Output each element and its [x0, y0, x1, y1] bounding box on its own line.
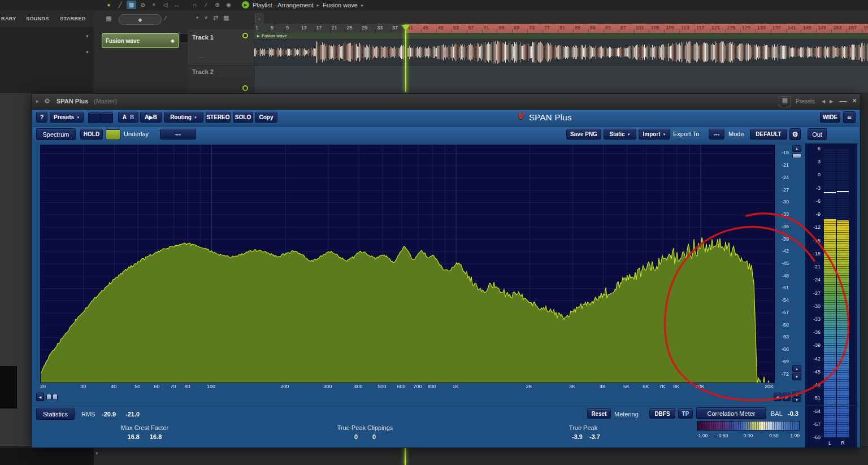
- record-icon[interactable]: ●: [104, 1, 114, 9]
- draw-icon[interactable]: ╱: [115, 1, 125, 9]
- minimize-icon[interactable]: —: [840, 97, 847, 105]
- wide-button[interactable]: WIDE: [820, 112, 840, 123]
- tab-out[interactable]: Out: [808, 128, 827, 140]
- correlation-scale-label: 1.00: [790, 433, 800, 438]
- tab-starred[interactable]: STARRED: [60, 16, 86, 21]
- a-to-b-button[interactable]: A▶B: [140, 112, 162, 123]
- slide-icon[interactable]: ∕: [201, 1, 211, 9]
- hscroll-right-button[interactable]: ▶: [783, 393, 791, 401]
- tab-statistics[interactable]: Statistics: [36, 408, 75, 420]
- hscroll-thumb2[interactable]: [53, 394, 58, 400]
- range-up-button[interactable]: ▲: [792, 365, 801, 372]
- mode-label: Mode: [728, 131, 744, 137]
- vscroll-up-button[interactable]: ▲: [792, 392, 801, 397]
- track1-name[interactable]: Track 1: [192, 34, 214, 41]
- correlation-meter-bar[interactable]: [697, 421, 800, 431]
- hscroll-left-button[interactable]: ◀: [36, 393, 44, 401]
- stereo-button[interactable]: STEREO: [206, 112, 231, 123]
- tab-correlation-meter[interactable]: Correlation Meter: [696, 407, 766, 419]
- slip-icon[interactable]: ⊘: [138, 1, 147, 9]
- track-header-panel: Track 1 ... Track 2: [188, 29, 254, 92]
- spectrum-display[interactable]: [40, 145, 775, 383]
- expand-icon[interactable]: ▸: [36, 98, 39, 104]
- waveform-canvas[interactable]: [254, 40, 868, 65]
- mute-icon[interactable]: ◁: [160, 1, 170, 9]
- detach-grid-icon[interactable]: ▦: [779, 96, 791, 107]
- hamburger-menu-icon[interactable]: ≡: [843, 111, 856, 123]
- clip-color-swatch[interactable]: [180, 33, 188, 43]
- chevron-down-icon[interactable]: ▾: [96, 450, 98, 456]
- fl-bottom-strip: [0, 446, 868, 465]
- tab-sounds[interactable]: SOUNDS: [26, 16, 49, 21]
- spectrum-color-swatch[interactable]: [106, 129, 120, 140]
- grid-icon[interactable]: ▦: [106, 15, 111, 22]
- gear-icon[interactable]: ⚙: [44, 97, 50, 105]
- vscroll-down-button[interactable]: ▼: [792, 397, 801, 402]
- playhead-marker[interactable]: [402, 25, 410, 31]
- magnet-icon[interactable]: ∩: [190, 1, 199, 9]
- seek-icon[interactable]: ↔: [172, 1, 181, 9]
- import-button[interactable]: Import▼: [639, 129, 670, 140]
- track1-more[interactable]: ...: [199, 53, 203, 59]
- close-icon[interactable]: ×: [852, 96, 857, 105]
- mode-default-button[interactable]: DEFAULT: [750, 129, 787, 140]
- tab-library[interactable]: RARY: [1, 16, 16, 21]
- underlay-select-button[interactable]: ---: [160, 129, 196, 140]
- copy-button[interactable]: Copy: [255, 112, 277, 123]
- pattern-clip-chip[interactable]: Fusion wave ◆: [102, 33, 179, 48]
- ab-compare-button[interactable]: AB: [118, 112, 138, 123]
- scale-thumb[interactable]: [792, 153, 801, 158]
- timeline-ruler[interactable]: 1591317212529333741454953576165697377818…: [254, 24, 868, 33]
- presets-button[interactable]: Presets▼: [50, 112, 84, 123]
- meter-scale-label: 0: [806, 172, 821, 177]
- color-swatch-a[interactable]: [88, 112, 101, 123]
- reset-button[interactable]: Reset: [587, 408, 611, 419]
- breadcrumb-clip[interactable]: Fusion wave: [323, 2, 358, 8]
- audio-clip-header[interactable]: ▸ Fusion wave: [254, 33, 868, 40]
- scroll-left-button[interactable]: ‹: [255, 14, 263, 24]
- playlist-play-icon[interactable]: ▶: [242, 1, 249, 8]
- settings-gear-icon[interactable]: ⚙: [789, 128, 801, 140]
- preset-prev-icon[interactable]: ◀: [822, 99, 825, 104]
- plugin-titlebar[interactable]: ▸ ⚙ SPAN Plus (Master) ▦ Presets ◀ ▶ — ×: [32, 94, 860, 110]
- solo-button[interactable]: SOLO: [233, 112, 253, 123]
- tab-spectrum[interactable]: Spectrum: [36, 128, 76, 140]
- timeline-label: 125: [727, 25, 735, 31]
- meter-peak-indicator: [824, 192, 836, 193]
- hscroll-left2-button[interactable]: ◀: [774, 393, 782, 401]
- hold-button[interactable]: HOLD: [80, 129, 103, 140]
- help-button[interactable]: ?: [36, 112, 47, 123]
- tp-button[interactable]: TP: [678, 408, 693, 419]
- timeline-label: 53: [453, 25, 459, 31]
- dbfs-button[interactable]: DBFS: [649, 408, 675, 419]
- smart-tool-button[interactable]: ◆: [119, 14, 162, 25]
- playhead-line: [405, 31, 406, 92]
- save-png-button[interactable]: Save PNG: [566, 129, 601, 140]
- preset-next-icon[interactable]: ▶: [830, 99, 833, 104]
- add-icon[interactable]: +: [196, 14, 199, 21]
- chevron-down-icon[interactable]: ▾: [86, 33, 89, 39]
- scale-up-button[interactable]: ▲: [792, 145, 801, 152]
- zoom-icon[interactable]: ⊕: [212, 1, 222, 9]
- chevron-down-icon[interactable]: ▾: [86, 49, 89, 55]
- audition-icon[interactable]: ◉: [224, 1, 233, 9]
- routing-button[interactable]: Routing▼: [164, 112, 203, 123]
- static-button[interactable]: Static▼: [604, 129, 636, 140]
- breadcrumb-playlist[interactable]: Playlist - Arrangement: [253, 2, 314, 8]
- track2-header[interactable]: Track 2: [188, 65, 254, 93]
- freq-tick-label: 800: [428, 384, 436, 389]
- swap-icon[interactable]: ⇄: [213, 14, 218, 21]
- color-swatch-b[interactable]: [101, 112, 113, 123]
- line-tool-icon[interactable]: ∕: [165, 15, 166, 21]
- cut-icon[interactable]: ×: [204, 14, 207, 21]
- timeline-label: 117: [696, 25, 704, 31]
- delete-icon[interactable]: ×: [149, 1, 159, 9]
- grid-small-icon[interactable]: ▦: [223, 14, 229, 21]
- export-target-button[interactable]: ---: [709, 129, 724, 140]
- track2-led[interactable]: [242, 85, 248, 91]
- track1-led[interactable]: [242, 33, 248, 38]
- hscroll-thumb[interactable]: [46, 394, 51, 400]
- paint-icon[interactable]: ▥: [127, 1, 136, 9]
- meter-peak-indicator: [837, 191, 849, 192]
- range-down-button[interactable]: ▼: [792, 373, 801, 380]
